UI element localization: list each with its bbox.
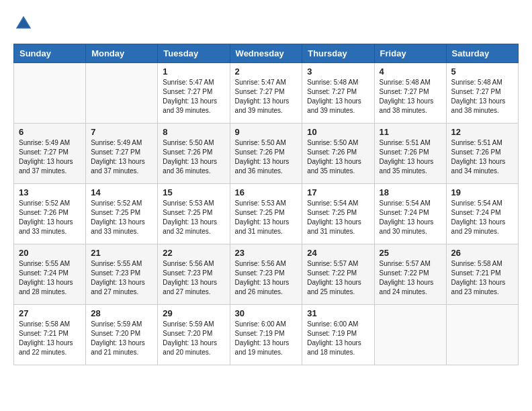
day-number: 22 xyxy=(163,248,224,258)
day-info: Sunrise: 6:00 AM Sunset: 7:19 PM Dayligh… xyxy=(307,320,369,357)
day-info: Sunrise: 5:55 AM Sunset: 7:23 PM Dayligh… xyxy=(91,259,152,297)
day-number: 4 xyxy=(380,66,441,77)
day-info: Sunrise: 5:57 AM Sunset: 7:22 PM Dayligh… xyxy=(380,259,441,297)
calendar-cell: 27Sunrise: 5:58 AM Sunset: 7:21 PM Dayli… xyxy=(14,305,86,365)
day-number: 14 xyxy=(91,187,152,197)
day-number: 27 xyxy=(19,308,81,318)
day-number: 17 xyxy=(307,187,369,197)
day-number: 6 xyxy=(19,127,81,137)
calendar-cell: 24Sunrise: 5:57 AM Sunset: 7:22 PM Dayli… xyxy=(302,244,374,305)
day-number: 25 xyxy=(380,248,441,258)
calendar-cell: 6Sunrise: 5:49 AM Sunset: 7:27 PM Daylig… xyxy=(14,124,86,184)
day-info: Sunrise: 5:49 AM Sunset: 7:27 PM Dayligh… xyxy=(19,138,81,176)
calendar-cell: 21Sunrise: 5:55 AM Sunset: 7:23 PM Dayli… xyxy=(86,244,158,305)
day-number: 21 xyxy=(91,248,152,258)
day-info: Sunrise: 5:59 AM Sunset: 7:20 PM Dayligh… xyxy=(163,320,224,357)
calendar-cell: 26Sunrise: 5:58 AM Sunset: 7:21 PM Dayli… xyxy=(446,244,518,305)
day-info: Sunrise: 5:50 AM Sunset: 7:26 PM Dayligh… xyxy=(307,138,369,176)
weekday-header: Thursday xyxy=(302,44,374,63)
weekday-header: Monday xyxy=(86,44,158,63)
day-number: 18 xyxy=(380,187,441,197)
calendar-cell: 29Sunrise: 5:59 AM Sunset: 7:20 PM Dayli… xyxy=(158,305,230,365)
day-info: Sunrise: 5:47 AM Sunset: 7:27 PM Dayligh… xyxy=(235,78,298,116)
day-number: 20 xyxy=(19,248,81,258)
day-number: 30 xyxy=(235,308,298,318)
day-info: Sunrise: 5:51 AM Sunset: 7:26 PM Dayligh… xyxy=(451,138,513,176)
day-info: Sunrise: 5:52 AM Sunset: 7:25 PM Dayligh… xyxy=(91,199,152,236)
calendar-cell: 15Sunrise: 5:53 AM Sunset: 7:25 PM Dayli… xyxy=(158,184,230,244)
calendar-week-row: 13Sunrise: 5:52 AM Sunset: 7:26 PM Dayli… xyxy=(14,184,519,244)
day-info: Sunrise: 6:00 AM Sunset: 7:19 PM Dayligh… xyxy=(235,320,298,357)
day-info: Sunrise: 5:48 AM Sunset: 7:27 PM Dayligh… xyxy=(380,78,441,116)
logo xyxy=(13,13,37,34)
calendar-cell: 14Sunrise: 5:52 AM Sunset: 7:25 PM Dayli… xyxy=(86,184,158,244)
day-info: Sunrise: 5:59 AM Sunset: 7:20 PM Dayligh… xyxy=(91,320,152,357)
weekday-header: Friday xyxy=(374,44,446,63)
day-info: Sunrise: 5:48 AM Sunset: 7:27 PM Dayligh… xyxy=(307,78,369,116)
day-number: 23 xyxy=(235,248,298,258)
day-info: Sunrise: 5:57 AM Sunset: 7:22 PM Dayligh… xyxy=(307,259,369,297)
day-info: Sunrise: 5:58 AM Sunset: 7:21 PM Dayligh… xyxy=(451,259,513,297)
calendar-table: SundayMondayTuesdayWednesdayThursdayFrid… xyxy=(13,44,519,365)
calendar-week-row: 1Sunrise: 5:47 AM Sunset: 7:27 PM Daylig… xyxy=(14,63,519,124)
day-info: Sunrise: 5:54 AM Sunset: 7:25 PM Dayligh… xyxy=(307,199,369,236)
day-info: Sunrise: 5:54 AM Sunset: 7:24 PM Dayligh… xyxy=(451,199,513,236)
day-number: 19 xyxy=(451,187,513,197)
day-info: Sunrise: 5:54 AM Sunset: 7:24 PM Dayligh… xyxy=(380,199,441,236)
day-info: Sunrise: 5:53 AM Sunset: 7:25 PM Dayligh… xyxy=(163,199,224,236)
day-info: Sunrise: 5:49 AM Sunset: 7:27 PM Dayligh… xyxy=(91,138,152,176)
calendar-cell xyxy=(14,63,86,124)
calendar-cell: 20Sunrise: 5:55 AM Sunset: 7:24 PM Dayli… xyxy=(14,244,86,305)
calendar-cell: 1Sunrise: 5:47 AM Sunset: 7:27 PM Daylig… xyxy=(158,63,230,124)
day-number: 24 xyxy=(307,248,369,258)
calendar-cell: 13Sunrise: 5:52 AM Sunset: 7:26 PM Dayli… xyxy=(14,184,86,244)
day-number: 16 xyxy=(235,187,298,197)
day-number: 10 xyxy=(307,127,369,137)
calendar-cell xyxy=(86,63,158,124)
day-number: 31 xyxy=(307,308,369,318)
day-info: Sunrise: 5:50 AM Sunset: 7:26 PM Dayligh… xyxy=(235,138,298,176)
day-info: Sunrise: 5:51 AM Sunset: 7:26 PM Dayligh… xyxy=(380,138,441,176)
calendar-cell: 2Sunrise: 5:47 AM Sunset: 7:27 PM Daylig… xyxy=(230,63,302,124)
day-info: Sunrise: 5:53 AM Sunset: 7:25 PM Dayligh… xyxy=(235,199,298,236)
calendar-cell xyxy=(446,305,518,365)
calendar-cell: 22Sunrise: 5:56 AM Sunset: 7:23 PM Dayli… xyxy=(158,244,230,305)
day-info: Sunrise: 5:55 AM Sunset: 7:24 PM Dayligh… xyxy=(19,259,81,297)
day-number: 5 xyxy=(451,66,513,77)
day-number: 7 xyxy=(91,127,152,137)
calendar-cell: 5Sunrise: 5:48 AM Sunset: 7:27 PM Daylig… xyxy=(446,63,518,124)
calendar-cell: 31Sunrise: 6:00 AM Sunset: 7:19 PM Dayli… xyxy=(302,305,374,365)
calendar-cell: 10Sunrise: 5:50 AM Sunset: 7:26 PM Dayli… xyxy=(302,124,374,184)
day-number: 11 xyxy=(380,127,441,137)
calendar-week-row: 20Sunrise: 5:55 AM Sunset: 7:24 PM Dayli… xyxy=(14,244,519,305)
calendar-cell: 25Sunrise: 5:57 AM Sunset: 7:22 PM Dayli… xyxy=(374,244,446,305)
weekday-header: Sunday xyxy=(14,44,86,63)
day-number: 3 xyxy=(307,66,369,77)
calendar-cell: 23Sunrise: 5:56 AM Sunset: 7:23 PM Dayli… xyxy=(230,244,302,305)
calendar-cell: 7Sunrise: 5:49 AM Sunset: 7:27 PM Daylig… xyxy=(86,124,158,184)
calendar-cell: 8Sunrise: 5:50 AM Sunset: 7:26 PM Daylig… xyxy=(158,124,230,184)
calendar-cell xyxy=(374,305,446,365)
day-number: 26 xyxy=(451,248,513,258)
calendar-cell: 28Sunrise: 5:59 AM Sunset: 7:20 PM Dayli… xyxy=(86,305,158,365)
calendar-week-row: 27Sunrise: 5:58 AM Sunset: 7:21 PM Dayli… xyxy=(14,305,519,365)
calendar-cell: 9Sunrise: 5:50 AM Sunset: 7:26 PM Daylig… xyxy=(230,124,302,184)
day-number: 29 xyxy=(163,308,224,318)
day-number: 13 xyxy=(19,187,81,197)
day-info: Sunrise: 5:56 AM Sunset: 7:23 PM Dayligh… xyxy=(163,259,224,297)
calendar-cell: 12Sunrise: 5:51 AM Sunset: 7:26 PM Dayli… xyxy=(446,124,518,184)
day-number: 1 xyxy=(163,66,224,77)
day-info: Sunrise: 5:56 AM Sunset: 7:23 PM Dayligh… xyxy=(235,259,298,297)
page-header xyxy=(13,13,519,34)
day-number: 8 xyxy=(163,127,224,137)
day-number: 28 xyxy=(91,308,152,318)
calendar-cell: 3Sunrise: 5:48 AM Sunset: 7:27 PM Daylig… xyxy=(302,63,374,124)
day-info: Sunrise: 5:52 AM Sunset: 7:26 PM Dayligh… xyxy=(19,199,81,236)
calendar-week-row: 6Sunrise: 5:49 AM Sunset: 7:27 PM Daylig… xyxy=(14,124,519,184)
calendar-cell: 19Sunrise: 5:54 AM Sunset: 7:24 PM Dayli… xyxy=(446,184,518,244)
weekday-header: Saturday xyxy=(446,44,518,63)
day-info: Sunrise: 5:48 AM Sunset: 7:27 PM Dayligh… xyxy=(451,78,513,116)
day-number: 9 xyxy=(235,127,298,137)
logo-icon xyxy=(13,13,34,34)
calendar-cell: 17Sunrise: 5:54 AM Sunset: 7:25 PM Dayli… xyxy=(302,184,374,244)
